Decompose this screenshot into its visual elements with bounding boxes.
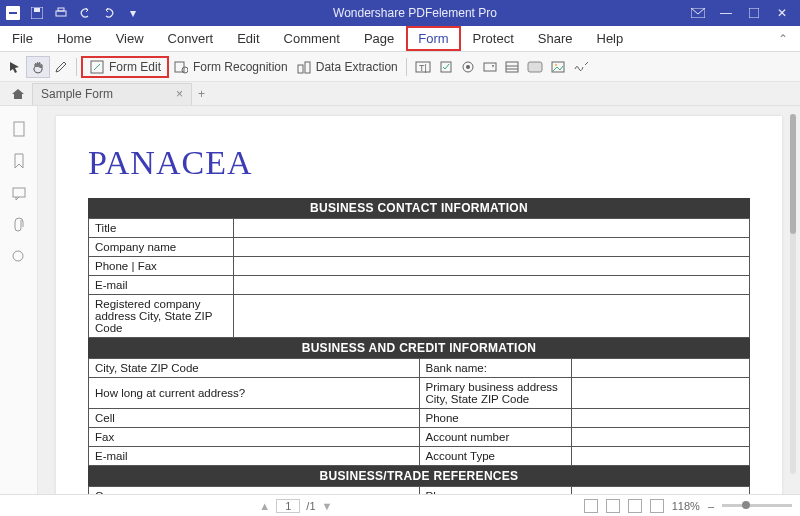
text-field-icon[interactable]: T| [411, 56, 435, 78]
checkbox-field-icon[interactable] [435, 56, 457, 78]
field-value[interactable] [234, 295, 750, 338]
edit-tool-icon[interactable] [50, 56, 72, 78]
page-prev-icon[interactable]: ▲ [259, 500, 270, 512]
field-value[interactable] [571, 359, 749, 378]
close-icon[interactable]: ✕ [772, 3, 792, 23]
hand-tool-icon[interactable] [26, 56, 50, 78]
field-value[interactable] [571, 378, 749, 409]
svg-rect-11 [298, 65, 303, 73]
svg-rect-12 [305, 62, 310, 73]
field-value[interactable] [234, 219, 750, 238]
button-field-icon[interactable] [523, 56, 547, 78]
field-value[interactable] [571, 409, 749, 428]
table-row: Phone | Fax [89, 257, 750, 276]
field-label: City, State ZIP Code [89, 359, 420, 378]
svg-rect-7 [749, 8, 759, 18]
section1-table: Title Company name Phone | Fax E-mail Re… [88, 218, 750, 338]
mail-icon[interactable] [688, 3, 708, 23]
form-recognition-icon [173, 59, 189, 75]
new-tab-icon[interactable]: + [198, 87, 205, 101]
menubar: File Home View Convert Edit Comment Page… [0, 26, 800, 52]
svg-rect-9 [175, 62, 184, 72]
data-extraction-label: Data Extraction [316, 60, 398, 74]
signature-field-icon[interactable] [569, 56, 593, 78]
save-icon[interactable] [28, 4, 46, 22]
attachments-icon[interactable] [10, 216, 28, 234]
bookmarks-icon[interactable] [10, 152, 28, 170]
form-edit-button[interactable]: Form Edit [81, 56, 169, 78]
menu-share[interactable]: Share [526, 26, 585, 51]
menu-help[interactable]: Help [585, 26, 636, 51]
svg-point-17 [466, 65, 470, 69]
minimize-icon[interactable]: — [716, 3, 736, 23]
field-label: E-mail [89, 447, 420, 466]
zoom-slider[interactable] [722, 504, 792, 507]
tab-close-icon[interactable]: × [176, 87, 183, 101]
menu-home[interactable]: Home [45, 26, 104, 51]
app-title: Wondershare PDFelement Pro [142, 6, 688, 20]
menu-protect[interactable]: Protect [461, 26, 526, 51]
view-continuous-icon[interactable] [606, 499, 620, 513]
combobox-field-icon[interactable] [479, 56, 501, 78]
field-label: Title [89, 219, 234, 238]
form-edit-icon [89, 59, 105, 75]
menu-view[interactable]: View [104, 26, 156, 51]
table-row: City, State ZIP Code Bank name: [89, 359, 750, 378]
page-next-icon[interactable]: ▼ [322, 500, 333, 512]
zoom-out-icon[interactable]: – [708, 500, 714, 512]
menu-form[interactable]: Form [406, 26, 460, 51]
view-single-icon[interactable] [584, 499, 598, 513]
field-value[interactable] [234, 257, 750, 276]
section3-table: Company name Phone [88, 486, 750, 494]
svg-rect-3 [34, 8, 40, 12]
svg-rect-18 [484, 63, 496, 71]
menu-edit[interactable]: Edit [225, 26, 271, 51]
data-extraction-button[interactable]: Data Extraction [292, 56, 402, 78]
field-label: Account Type [419, 447, 571, 466]
field-label: Company name [89, 487, 420, 495]
thumbnails-icon[interactable] [10, 120, 28, 138]
view-facing-icon[interactable] [628, 499, 642, 513]
menu-page[interactable]: Page [352, 26, 406, 51]
field-value[interactable] [234, 238, 750, 257]
menu-comment[interactable]: Comment [272, 26, 352, 51]
page-current[interactable]: 1 [276, 499, 300, 513]
vertical-scrollbar[interactable] [790, 114, 796, 474]
table-row: Cell Phone [89, 409, 750, 428]
select-tool-icon[interactable] [4, 56, 26, 78]
image-field-icon[interactable] [547, 56, 569, 78]
side-panel [0, 106, 38, 494]
field-label: E-mail [89, 276, 234, 295]
print-icon[interactable] [52, 4, 70, 22]
search-icon[interactable] [10, 248, 28, 266]
field-value[interactable] [234, 276, 750, 295]
radio-field-icon[interactable] [457, 56, 479, 78]
home-tab-icon[interactable] [8, 88, 28, 100]
table-row: Registered company address City, State Z… [89, 295, 750, 338]
comments-icon[interactable] [10, 184, 28, 202]
table-row: Company name Phone [89, 487, 750, 495]
field-value[interactable] [571, 487, 749, 495]
listbox-field-icon[interactable] [501, 56, 523, 78]
field-label: Registered company address City, State Z… [89, 295, 234, 338]
form-recognition-button[interactable]: Form Recognition [169, 56, 292, 78]
section3-header: BUSINESS/TRADE REFERENCES [88, 466, 750, 486]
svg-rect-22 [528, 62, 542, 72]
field-label: Phone [419, 409, 571, 428]
field-value[interactable] [571, 428, 749, 447]
table-row: E-mail Account Type [89, 447, 750, 466]
undo-icon[interactable] [76, 4, 94, 22]
document-tab[interactable]: Sample Form × [32, 83, 192, 105]
ribbon-collapse-icon[interactable]: ⌃ [778, 32, 800, 46]
svg-text:T|: T| [419, 63, 427, 73]
quickaccess-dropdown-icon[interactable]: ▾ [124, 4, 142, 22]
maximize-icon[interactable] [744, 3, 764, 23]
app-logo-icon [4, 4, 22, 22]
menu-convert[interactable]: Convert [156, 26, 226, 51]
field-value[interactable] [571, 447, 749, 466]
menu-file[interactable]: File [0, 26, 45, 51]
field-label: Fax [89, 428, 420, 447]
view-continuous-facing-icon[interactable] [650, 499, 664, 513]
form-recognition-label: Form Recognition [193, 60, 288, 74]
redo-icon[interactable] [100, 4, 118, 22]
